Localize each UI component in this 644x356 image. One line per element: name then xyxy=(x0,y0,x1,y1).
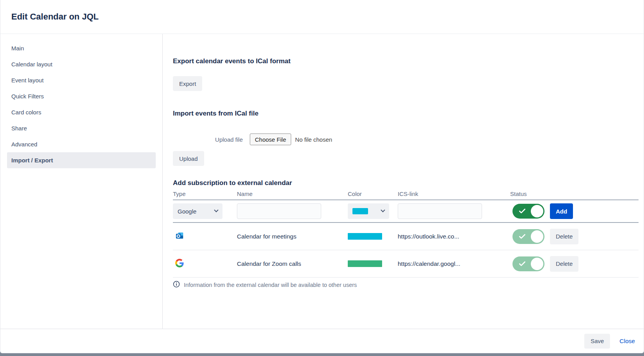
sidebar: Main Calendar layout Event layout Quick … xyxy=(0,34,163,329)
status-toggle[interactable] xyxy=(512,256,544,271)
name-input[interactable] xyxy=(237,203,321,219)
ics-link-input[interactable] xyxy=(398,203,482,219)
subscription-color-bar xyxy=(348,260,382,267)
sidebar-item-calendar-layout[interactable]: Calendar layout xyxy=(7,56,156,72)
toggle-knob xyxy=(531,205,543,217)
subscription-name: Calendar for Zoom calls xyxy=(237,260,348,267)
no-file-chosen-text: No file chosen xyxy=(295,136,332,143)
subscription-row: Calendar for meetings https://outlook.li… xyxy=(173,223,639,250)
close-link[interactable]: Close xyxy=(619,338,635,345)
sidebar-item-import-export[interactable]: Import / Export xyxy=(7,152,156,168)
dialog-footer: Save Close xyxy=(0,329,644,353)
sidebar-item-card-colors[interactable]: Card colors xyxy=(7,104,156,120)
edit-calendar-dialog: Edit Calendar on JQL Main Calendar layou… xyxy=(0,0,644,353)
check-icon xyxy=(518,260,526,268)
column-header-status: Status xyxy=(510,190,639,197)
dialog-header: Edit Calendar on JQL xyxy=(0,0,644,34)
subscriptions-heading: Add subscription to external calendar xyxy=(173,178,639,188)
info-icon xyxy=(173,281,180,289)
save-button[interactable]: Save xyxy=(584,334,610,349)
sidebar-item-share[interactable]: Share xyxy=(7,120,156,136)
import-section-heading: Import events from ICal file xyxy=(173,109,639,118)
info-text: Information from the external calendar w… xyxy=(184,282,357,288)
delete-button[interactable]: Delete xyxy=(550,229,578,244)
add-subscription-row: Google xyxy=(173,200,639,223)
export-section-heading: Export calendar events to ICal format xyxy=(173,57,639,66)
color-swatch xyxy=(352,208,368,214)
upload-file-row: Upload file Choose File No file chosen xyxy=(173,132,639,147)
color-select[interactable] xyxy=(348,203,389,219)
export-button[interactable]: Export xyxy=(173,76,202,91)
upload-button[interactable]: Upload xyxy=(173,151,204,166)
toggle-knob xyxy=(531,258,543,270)
column-header-name: Name xyxy=(237,190,348,197)
subscription-row: Calendar for Zoom calls https://calendar… xyxy=(173,250,639,278)
subscription-ics-link: https://calendar.googl... xyxy=(398,260,510,267)
status-toggle[interactable] xyxy=(512,229,544,244)
subscriptions-table: Type Name Color ICS-link Status Google xyxy=(173,188,639,289)
subscriptions-table-header: Type Name Color ICS-link Status xyxy=(173,188,639,200)
subscription-ics-link: https://outlook.live.co... xyxy=(398,233,510,240)
dialog-body: Main Calendar layout Event layout Quick … xyxy=(0,34,644,329)
check-icon xyxy=(518,207,526,215)
column-header-color: Color xyxy=(348,190,398,197)
chevron-down-icon xyxy=(381,208,385,212)
outlook-icon xyxy=(175,231,184,242)
status-toggle[interactable] xyxy=(512,204,544,219)
choose-file-button[interactable]: Choose File xyxy=(250,134,291,145)
column-header-type: Type xyxy=(173,190,237,197)
sidebar-item-main[interactable]: Main xyxy=(7,40,156,56)
delete-button[interactable]: Delete xyxy=(550,256,578,272)
google-icon xyxy=(175,259,184,269)
sidebar-item-event-layout[interactable]: Event layout xyxy=(7,72,156,88)
page-title: Edit Calendar on JQL xyxy=(11,12,99,22)
add-button[interactable]: Add xyxy=(550,203,573,219)
sidebar-item-advanced[interactable]: Advanced xyxy=(7,136,156,152)
type-select[interactable]: Google xyxy=(173,203,222,219)
subscription-name: Calendar for meetings xyxy=(237,233,348,240)
import-export-panel: Export calendar events to ICal format Ex… xyxy=(163,34,644,329)
check-icon xyxy=(518,233,526,240)
sidebar-item-quick-filters[interactable]: Quick Filters xyxy=(7,88,156,104)
toggle-knob xyxy=(531,230,543,243)
upload-file-label: Upload file xyxy=(173,136,243,143)
subscription-color-bar xyxy=(348,233,382,240)
column-header-ics-link: ICS-link xyxy=(398,190,510,197)
type-select-value: Google xyxy=(178,208,196,215)
chevron-down-icon xyxy=(214,208,218,212)
info-note: Information from the external calendar w… xyxy=(173,278,639,289)
